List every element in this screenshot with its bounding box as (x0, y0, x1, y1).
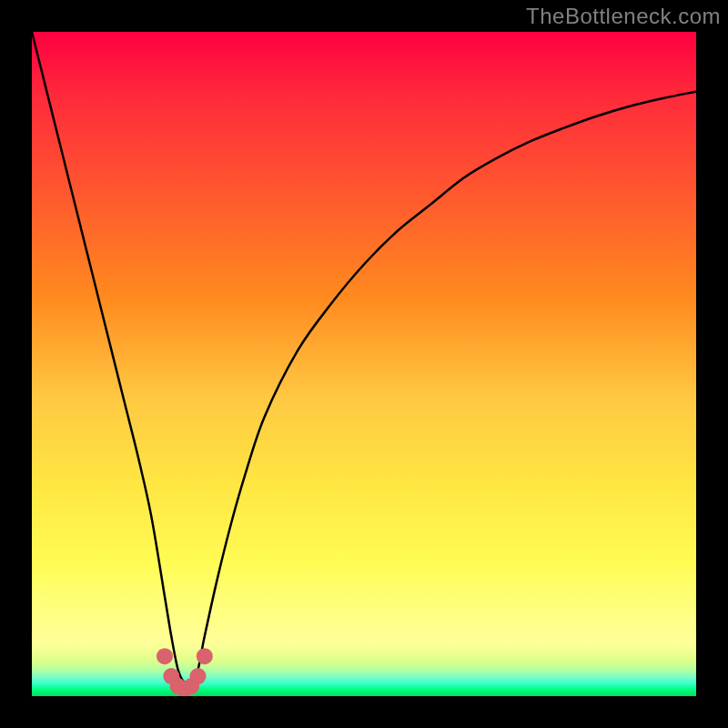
highlight-dot (190, 668, 207, 684)
curve-line (32, 32, 696, 684)
highlight-dot (157, 648, 173, 664)
watermark-text: TheBottleneck.com (526, 4, 721, 29)
highlight-dot (197, 648, 213, 664)
chart-frame: TheBottleneck.com (0, 0, 728, 728)
highlight-dots (157, 648, 213, 696)
plot-area (32, 32, 696, 696)
bottleneck-curve (32, 32, 696, 696)
